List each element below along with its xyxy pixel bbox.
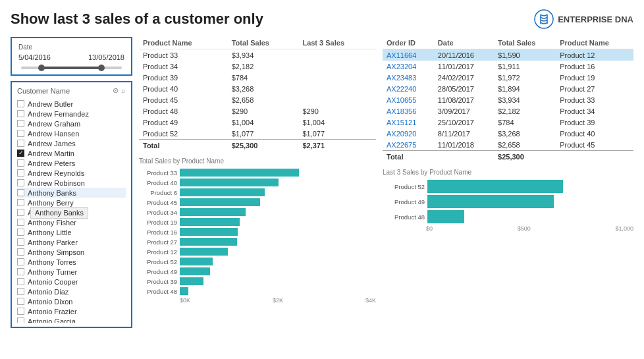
customer-item[interactable]: Antonio Diaz: [17, 287, 126, 296]
bar-container: [180, 258, 376, 265]
bar-row: Product 45: [139, 198, 376, 206]
customer-checkbox[interactable]: [17, 120, 24, 127]
total-sales: $2,182: [228, 61, 299, 72]
order-date: 8/11/2017: [434, 128, 494, 139]
order-date: 11/01/2018: [434, 139, 494, 151]
order-total-label: Total: [383, 151, 494, 163]
order-product: Product 12: [556, 49, 633, 61]
bar-label: Product 33: [139, 169, 177, 177]
bar-row: Product 16: [139, 228, 376, 236]
customer-item[interactable]: Antonio Dixon: [17, 296, 126, 306]
order-total: $1,972: [494, 72, 556, 83]
customer-item[interactable]: Andrew Reynolds: [17, 168, 126, 178]
customer-checkbox[interactable]: [17, 140, 24, 147]
customer-checkbox[interactable]: [17, 308, 24, 315]
customer-checkbox[interactable]: [17, 278, 24, 285]
customer-name: Antonio Diaz: [28, 288, 68, 296]
customer-checkbox[interactable]: [17, 130, 24, 137]
bar-label: Product 52: [139, 258, 177, 265]
customer-item[interactable]: Anthony BanksAnthony Banks: [17, 207, 126, 217]
customer-checkbox[interactable]: [17, 268, 24, 275]
customer-item[interactable]: Antonio Frazier: [17, 306, 126, 316]
table-row: AX23483 24/02/2017 $1,972 Product 19: [383, 72, 633, 83]
search-icon[interactable]: ⌕: [121, 86, 126, 95]
last3-sales: [298, 94, 376, 105]
total-sales: $3,268: [228, 83, 299, 94]
customer-name: Antonio Cooper: [28, 278, 78, 286]
bar-label: Product 45: [139, 199, 177, 206]
customer-checkbox[interactable]: [17, 199, 24, 206]
slider-thumb-left[interactable]: [38, 65, 45, 71]
customer-item[interactable]: Anthony Parker: [17, 237, 126, 247]
total-sales: $2,658: [228, 94, 299, 105]
customer-item[interactable]: Anthony Simpson: [17, 247, 126, 257]
customer-item[interactable]: Anthony Fisher: [17, 217, 126, 227]
order-id: AX11664: [383, 49, 434, 61]
slider-thumb-right[interactable]: [98, 65, 105, 71]
customer-item[interactable]: ✓Andrew Martin: [17, 148, 126, 158]
bar-label: Product 34: [139, 209, 177, 216]
customer-checkbox[interactable]: ✓: [17, 150, 24, 157]
order-date: 3/09/2017: [434, 105, 494, 117]
last3-sales: [298, 72, 376, 83]
table-row: AX20920 8/11/2017 $3,268 Product 40: [383, 128, 633, 139]
last3-x-1000: $1,000: [615, 225, 633, 232]
customer-item[interactable]: Andrew Peters: [17, 158, 126, 168]
customer-checkbox[interactable]: [17, 238, 24, 246]
header: Show last 3 sales of a customer only ENT…: [0, 0, 644, 34]
customer-item[interactable]: Andrew Fernandez: [17, 109, 126, 119]
customer-item[interactable]: Anthony Turner: [17, 267, 126, 277]
customer-item[interactable]: Anthony Little: [17, 227, 126, 237]
bar-label: Product 48: [383, 213, 425, 221]
customer-checkbox[interactable]: [17, 318, 24, 323]
customer-checkbox[interactable]: [17, 110, 24, 117]
order-id: AX22675: [383, 139, 434, 151]
customer-checkbox[interactable]: [17, 179, 24, 186]
bar-row: Product 39: [139, 277, 376, 285]
bar-label: Product 16: [139, 229, 177, 236]
erase-icon[interactable]: ⊘: [113, 86, 119, 95]
total-sales: $784: [228, 72, 299, 83]
customer-checkbox[interactable]: [17, 209, 24, 216]
middle-panel: Product Name Total Sales Last 3 Sales Pr…: [139, 37, 376, 328]
table-row: Product 39 $784: [139, 72, 376, 83]
total-sales-chart-title: Total Sales by Product Name: [139, 157, 376, 165]
customer-item[interactable]: Antonio Garcia: [17, 316, 126, 323]
customer-name: Andrew Reynolds: [28, 169, 84, 177]
customer-checkbox[interactable]: [17, 169, 24, 177]
date-slider[interactable]: [21, 67, 122, 69]
table-row: AX23204 11/01/2017 $1,911 Product 16: [383, 61, 633, 72]
customer-item[interactable]: Anthony Banks: [17, 188, 126, 198]
customer-checkbox[interactable]: [17, 100, 24, 107]
bar-fill: [180, 238, 237, 246]
customer-checkbox[interactable]: [17, 288, 24, 295]
customer-item[interactable]: Anthony Torres: [17, 257, 126, 267]
customer-item[interactable]: Antonio Cooper: [17, 277, 126, 287]
customer-checkbox[interactable]: [17, 219, 24, 226]
product-name: Product 40: [139, 83, 228, 94]
customer-item[interactable]: Andrew Graham: [17, 119, 126, 128]
bar-row: Product 27: [139, 238, 376, 246]
customer-checkbox[interactable]: [17, 189, 24, 196]
customer-checkbox[interactable]: [17, 159, 24, 167]
table-row: AX22240 28/05/2017 $1,894 Product 27: [383, 83, 633, 94]
customer-item[interactable]: Andrew Robinson: [17, 178, 126, 188]
customer-item[interactable]: Andrew James: [17, 138, 126, 148]
customer-name: Andrew Fernandez: [28, 110, 89, 118]
bar-row: Product 6: [139, 188, 376, 196]
product-name: Product 48: [139, 105, 228, 117]
last3-x-axis: $0 $500 $1,000: [383, 225, 633, 232]
customer-checkbox[interactable]: [17, 258, 24, 265]
customer-checkbox[interactable]: [17, 229, 24, 236]
customer-tooltip: Anthony Banks: [30, 207, 88, 219]
customer-checkbox[interactable]: [17, 298, 24, 305]
customer-checkbox[interactable]: [17, 248, 24, 256]
col-product-name: Product Name: [139, 37, 228, 49]
total-sales-chart-section: Total Sales by Product Name Product 33 P…: [139, 157, 376, 328]
bar-fill: [180, 267, 210, 275]
customer-item[interactable]: Andrew Butler: [17, 99, 126, 109]
bar-label: Product 48: [139, 288, 177, 295]
total-sales-x-axis: $0K $2K $4K: [139, 297, 376, 304]
customer-item[interactable]: Andrew Hansen: [17, 128, 126, 138]
customer-name: Anthony Berry: [28, 199, 74, 207]
